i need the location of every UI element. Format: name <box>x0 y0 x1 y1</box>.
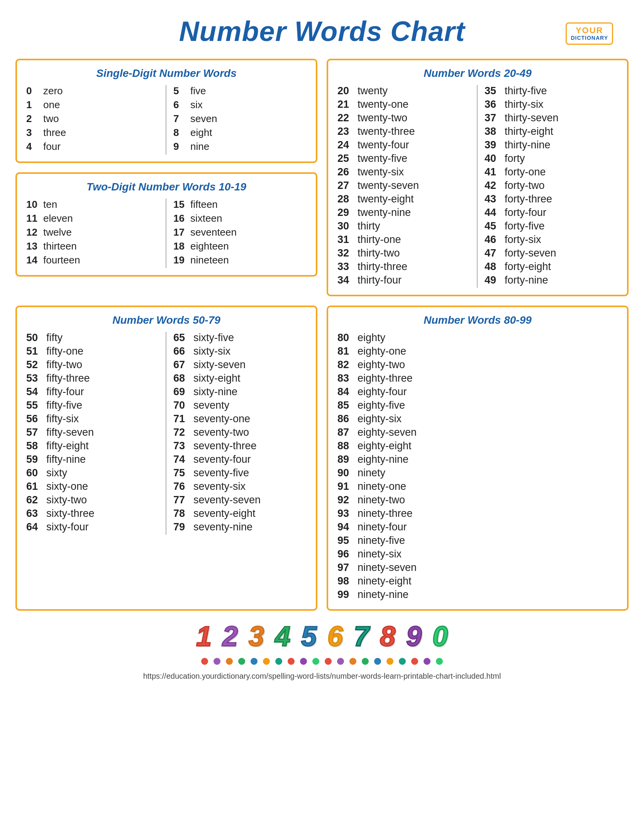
list-item: 13 thirteen <box>26 240 159 252</box>
decorative-digit: 4 <box>271 622 294 650</box>
list-item: 19 nineteen <box>173 254 307 266</box>
list-item: 28 twenty-eight <box>337 193 470 205</box>
logo: YOUR DICTIONARY <box>566 22 613 45</box>
list-item: 42 forty-two <box>485 180 618 192</box>
list-item: 60 sixty <box>26 467 159 479</box>
list-item: 2 two <box>26 113 159 125</box>
dot <box>374 658 381 665</box>
list-item: 66 sixty-six <box>173 345 307 357</box>
dot <box>312 658 319 665</box>
list-item: 9 nine <box>173 141 307 153</box>
list-item: 39 thirty-nine <box>485 139 618 151</box>
list-item: 65 sixty-five <box>173 332 307 344</box>
eighties-box: Number Words 80-99 80 eighty 81 eighty-o… <box>327 306 629 611</box>
list-item: 45 forty-five <box>485 220 618 232</box>
list-item: 80 eighty <box>337 332 618 344</box>
list-item: 79 seventy-nine <box>173 521 307 533</box>
list-item: 68 sixty-eight <box>173 372 307 384</box>
list-item: 22 twenty-two <box>337 112 470 124</box>
list-item: 35 thirty-five <box>485 85 618 97</box>
list-item: 73 seventy-three <box>173 440 307 452</box>
list-item: 56 fifty-six <box>26 413 159 425</box>
list-item: 34 thirty-four <box>337 274 470 286</box>
list-item: 23 twenty-three <box>337 126 470 138</box>
dot <box>325 658 332 665</box>
dot <box>300 658 307 665</box>
dot <box>226 658 233 665</box>
list-item: 49 forty-nine <box>485 274 618 286</box>
list-item: 71 seventy-one <box>173 413 307 425</box>
list-item: 1 one <box>26 99 159 111</box>
dot <box>424 658 430 665</box>
list-item: 83 eighty-three <box>337 372 618 384</box>
list-item: 4 four <box>26 141 159 153</box>
list-item: 89 eighty-nine <box>337 454 618 465</box>
list-item: 97 ninety-seven <box>337 562 618 574</box>
list-item: 95 ninety-five <box>337 535 618 547</box>
dot <box>201 658 208 665</box>
list-item: 77 seventy-seven <box>173 494 307 506</box>
list-item: 20 twenty <box>337 85 470 97</box>
list-item: 14 fourteen <box>26 254 159 266</box>
dot <box>411 658 418 665</box>
logo-your: YOUR <box>571 26 608 35</box>
twenties-box: Number Words 20-49 20 twenty 21 twenty-o… <box>327 59 629 296</box>
list-item: 0 zero <box>26 85 159 97</box>
list-item: 17 seventeen <box>173 226 307 238</box>
fifties-col1: 50 fifty 51 fifty-one 52 fifty-two 53 fi… <box>26 332 166 535</box>
dot <box>214 658 220 665</box>
dot <box>288 658 295 665</box>
list-item: 44 forty-four <box>485 207 618 219</box>
list-item: 33 thirty-three <box>337 261 470 273</box>
list-item: 53 fifty-three <box>26 372 159 384</box>
decorative-digit: 7 <box>350 622 373 650</box>
single-digit-box: Single-Digit Number Words 0 zero 1 one 2… <box>15 59 317 163</box>
list-item: 52 fifty-two <box>26 359 159 371</box>
list-item: 12 twelve <box>26 226 159 238</box>
page-title: Number Words Chart <box>15 15 629 47</box>
list-item: 84 eighty-four <box>337 386 618 398</box>
list-item: 69 sixty-nine <box>173 386 307 398</box>
single-digit-col1: 0 zero 1 one 2 two 3 three 4 four <box>26 85 166 155</box>
decorative-digit: 9 <box>402 622 425 650</box>
list-item: 7 seven <box>173 113 307 125</box>
list-item: 96 ninety-six <box>337 548 618 560</box>
eighties-col1: 80 eighty 81 eighty-one 82 eighty-two 83… <box>337 332 618 601</box>
list-item: 32 thirty-two <box>337 247 470 259</box>
list-item: 63 sixty-three <box>26 508 159 520</box>
list-item: 21 twenty-one <box>337 99 470 110</box>
dots-bar <box>15 658 629 665</box>
list-item: 31 thirty-one <box>337 234 470 246</box>
list-item: 90 ninety <box>337 467 618 479</box>
list-item: 92 ninety-two <box>337 494 618 506</box>
list-item: 72 seventy-two <box>173 426 307 438</box>
decorative-digit: 5 <box>297 622 320 650</box>
list-item: 46 forty-six <box>485 234 618 246</box>
list-item: 26 twenty-six <box>337 166 470 178</box>
list-item: 3 three <box>26 127 159 139</box>
list-item: 58 fifty-eight <box>26 440 159 452</box>
two-digit-col1: 10 ten 11 eleven 12 twelve 13 thirteen 1… <box>26 199 166 268</box>
list-item: 98 ninety-eight <box>337 575 618 587</box>
list-item: 10 ten <box>26 199 159 211</box>
dot <box>349 658 356 665</box>
fifties-box: Number Words 50-79 50 fifty 51 fifty-one… <box>15 306 317 611</box>
twenties-title: Number Words 20-49 <box>337 67 618 80</box>
list-item: 47 forty-seven <box>485 247 618 259</box>
list-item: 99 ninety-nine <box>337 589 618 601</box>
list-item: 86 eighty-six <box>337 413 618 425</box>
logo-dictionary: DICTIONARY <box>571 35 608 41</box>
list-item: 81 eighty-one <box>337 345 618 357</box>
list-item: 51 fifty-one <box>26 345 159 357</box>
twenties-col1: 20 twenty 21 twenty-one 22 twenty-two 23… <box>337 85 478 288</box>
list-item: 82 eighty-two <box>337 359 618 371</box>
decorative-digit: 2 <box>219 622 242 650</box>
list-item: 5 five <box>173 85 307 97</box>
list-item: 24 twenty-four <box>337 139 470 151</box>
dot <box>275 658 282 665</box>
list-item: 6 six <box>173 99 307 111</box>
list-item: 74 seventy-four <box>173 454 307 465</box>
list-item: 59 fifty-nine <box>26 454 159 465</box>
list-item: 16 sixteen <box>173 212 307 224</box>
list-item: 93 ninety-three <box>337 508 618 520</box>
